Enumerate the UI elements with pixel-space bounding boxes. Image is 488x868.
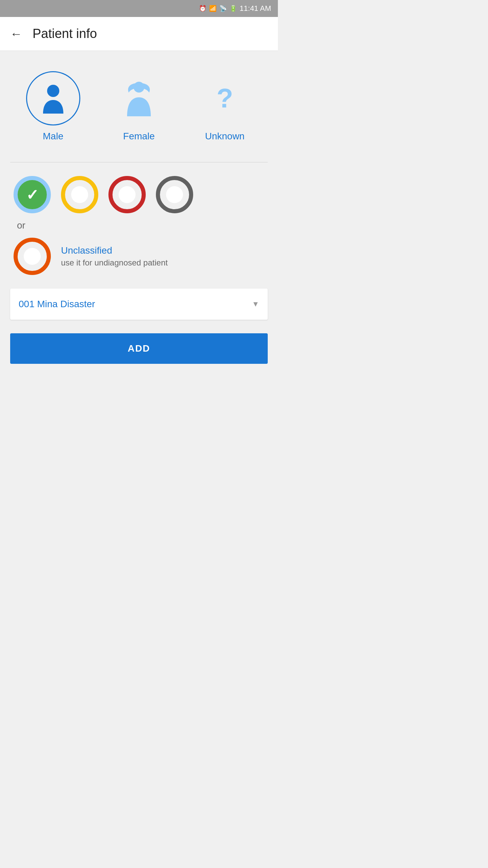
triage-red-button[interactable] — [108, 176, 146, 213]
section-divider — [10, 162, 268, 162]
dropdown-selected-value: 001 Mina Disaster — [19, 299, 95, 310]
unclassified-text-block: Unclassified use it for undiagnosed pati… — [61, 245, 168, 268]
checkmark-icon: ✓ — [26, 186, 39, 203]
or-text: or — [17, 220, 268, 231]
add-button[interactable]: ADD — [10, 333, 268, 364]
female-label: Female — [123, 131, 155, 142]
gender-section: Male Female ? Unknown — [10, 64, 268, 149]
triage-green-button[interactable]: ✓ — [14, 176, 51, 213]
triage-gray-button[interactable] — [156, 176, 193, 213]
male-label: Male — [43, 131, 63, 142]
unclassified-description: use it for undiagnosed patient — [61, 258, 168, 268]
alarm-icon: ⏰ — [199, 5, 206, 12]
status-time: 11:41 AM — [240, 4, 271, 13]
unclassified-label: Unclassified — [61, 245, 168, 256]
status-icons: ⏰ 📶 📡 🔋 11:41 AM — [199, 4, 271, 13]
gray-inner — [166, 186, 183, 203]
female-figure-icon — [124, 80, 154, 117]
chevron-down-icon: ▼ — [252, 300, 259, 309]
unclassified-row[interactable]: Unclassified use it for undiagnosed pati… — [10, 238, 268, 275]
gender-male-option[interactable]: Male — [26, 71, 80, 142]
gender-unknown-option[interactable]: ? Unknown — [198, 71, 252, 142]
triage-orange-button[interactable] — [14, 238, 51, 275]
triage-yellow-button[interactable] — [61, 176, 98, 213]
red-inner — [119, 186, 136, 203]
battery-icon: 🔋 — [229, 5, 237, 12]
svg-point-0 — [47, 85, 59, 97]
main-content: Male Female ? Unknown — [0, 51, 278, 502]
triage-section: ✓ or Unclassified use it for und — [10, 176, 268, 275]
back-button[interactable]: ← — [10, 28, 22, 40]
signal-icon: 📡 — [219, 5, 227, 12]
female-icon-container — [112, 71, 166, 125]
incident-dropdown[interactable]: 001 Mina Disaster ▼ — [10, 289, 268, 320]
wifi-icon: 📶 — [209, 5, 217, 12]
yellow-inner — [71, 186, 88, 203]
page-title: Patient info — [33, 26, 97, 41]
male-figure-icon — [36, 81, 70, 115]
triage-colors-row: ✓ — [10, 176, 268, 213]
unknown-icon-container: ? — [198, 71, 252, 125]
gender-female-option[interactable]: Female — [112, 71, 166, 142]
male-icon-container — [26, 71, 80, 125]
header: ← Patient info — [0, 17, 278, 51]
orange-inner — [24, 248, 41, 265]
unknown-label: Unknown — [205, 131, 245, 142]
status-bar: ⏰ 📶 📡 🔋 11:41 AM — [0, 0, 278, 17]
unknown-question-icon: ? — [217, 85, 233, 112]
